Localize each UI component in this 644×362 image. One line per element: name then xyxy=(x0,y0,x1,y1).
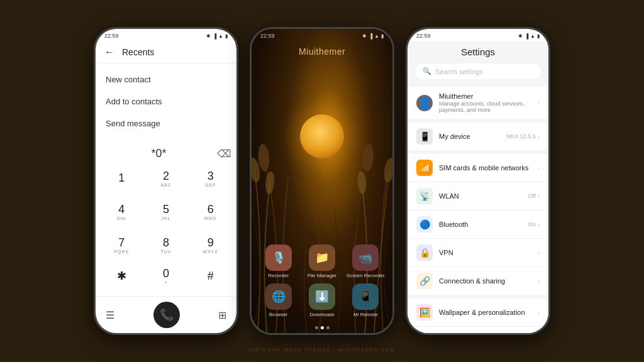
send-message-item[interactable]: Send message xyxy=(96,112,236,134)
settings-personalization-section: 🖼️ Wallpaper & personalization › 🔐 Alway… xyxy=(408,299,548,333)
key-1[interactable]: 1 xyxy=(101,163,143,194)
settings-title: Settings xyxy=(408,41,548,60)
settings-item-vpn[interactable]: 🔒 VPN › xyxy=(408,239,548,267)
connection-text: Connection & sharing xyxy=(439,277,531,285)
status-bar-1: 22:59 ✱ ▐ ▲ ▮ xyxy=(96,29,236,41)
signal-icon-3: ▐ xyxy=(525,33,528,39)
app-recorder[interactable]: 🎙️ Recorder xyxy=(259,244,297,278)
add-to-contacts-item[interactable]: Add to contacts xyxy=(96,90,236,112)
wlan-status-text: Off xyxy=(528,193,536,199)
bluetooth-title: Bluetooth xyxy=(439,221,522,228)
key-3[interactable]: 3DEF xyxy=(189,163,231,194)
recorder-label: Recorder xyxy=(268,273,289,278)
settings-connectivity-section: 📶 SIM cards & mobile networks › 📡 WLAN O… xyxy=(408,154,548,295)
menu-icon[interactable]: ☰ xyxy=(106,309,114,321)
battery-icon-3: ▮ xyxy=(537,33,540,39)
app-file-manager[interactable]: 📁 File Manager xyxy=(303,244,341,278)
search-bar[interactable]: 🔍 Search settings xyxy=(415,63,541,79)
screen-recorder-icon: 📹 xyxy=(352,244,379,271)
wlan-title: WLAN xyxy=(439,192,522,200)
key-star[interactable]: ✱ xyxy=(101,263,143,288)
app-downloads[interactable]: ⬇️ Downloads xyxy=(303,283,341,317)
watermark: VISIT FOR MORE THEMES - MIUITHEMER.COM xyxy=(249,348,396,352)
settings-item-account[interactable]: 👤 Miuithemer Manage accounts, cloud serv… xyxy=(408,87,548,119)
status-icons-1: ✱ ▐ ▲ ▮ xyxy=(206,33,228,39)
connection-icon: 🔗 xyxy=(416,273,433,289)
settings-item-bluetooth[interactable]: 🔵 Bluetooth On › xyxy=(408,211,548,239)
settings-device-section: 📱 My device MIUI 12.5.5 › xyxy=(408,123,548,150)
file-manager-icon: 📁 xyxy=(309,244,335,271)
bluetooth-status-text: On xyxy=(528,221,536,228)
wifi-icon-2: ▲ xyxy=(374,33,379,39)
search-icon: 🔍 xyxy=(423,67,431,75)
device-version: MIUI 12.5.5 › xyxy=(506,133,540,140)
status-icons-2: ✱ ▐ ▲ ▮ xyxy=(362,33,384,39)
app-browser[interactable]: 🌐 Browser xyxy=(259,283,297,317)
phone-2: 22:59 ✱ ▐ ▲ ▮ Miuithemer 🎙️ Recorder 📁 F… xyxy=(250,27,394,335)
new-contact-item[interactable]: New contact xyxy=(96,69,236,90)
sim-text: SIM cards & mobile networks xyxy=(439,164,531,172)
mi-remote-icon: 📱 xyxy=(352,283,379,310)
battery-icon-2: ▮ xyxy=(381,33,384,39)
key-6[interactable]: 6MNO xyxy=(189,196,231,227)
status-bar-3: 22:59 ✱ ▐ ▲ ▮ xyxy=(408,29,548,41)
connection-title: Connection & sharing xyxy=(439,277,531,285)
dot-3 xyxy=(326,326,330,329)
phone1-footer: ☰ 📞 ⊞ xyxy=(96,296,236,333)
bt-icon-2: ✱ xyxy=(362,33,367,39)
chevron-icon-7: › xyxy=(538,278,540,285)
wifi-icon-3: ▲ xyxy=(530,33,535,39)
settings-item-wlan[interactable]: 📡 WLAN Off › xyxy=(408,182,548,211)
lockscreen-icon: 🔐 xyxy=(416,332,433,333)
settings-item-connection[interactable]: 🔗 Connection & sharing › xyxy=(408,267,548,295)
chevron-icon-5: › xyxy=(538,221,540,228)
sim-title: SIM cards & mobile networks xyxy=(439,164,531,172)
signal-icon: ▐ xyxy=(213,33,216,39)
key-hash[interactable]: # xyxy=(189,263,231,288)
settings-item-device[interactable]: 📱 My device MIUI 12.5.5 › xyxy=(408,123,548,150)
time-3: 22:59 xyxy=(416,33,431,39)
screen-recorder-label: Screen Recorder xyxy=(347,273,384,278)
app-grid: 🎙️ Recorder 📁 File Manager 📹 Screen Reco… xyxy=(252,239,392,322)
app-mi-remote[interactable]: 📱 Mi Remote xyxy=(347,283,385,317)
key-4[interactable]: 4GHI xyxy=(101,196,143,227)
sim-icon: 📶 xyxy=(416,160,433,176)
call-button[interactable]: 📞 xyxy=(153,302,180,328)
signal-icon-2: ▐ xyxy=(369,33,372,39)
delete-button[interactable]: ⌫ xyxy=(217,148,231,160)
settings-item-wallpaper[interactable]: 🖼️ Wallpaper & personalization › xyxy=(408,299,548,327)
browser-icon: 🌐 xyxy=(265,283,292,310)
chevron-icon-6: › xyxy=(538,250,540,256)
back-arrow-icon[interactable]: ← xyxy=(104,47,114,58)
account-title: Miuithemer xyxy=(439,92,531,100)
key-0[interactable]: 0+ xyxy=(145,263,187,288)
dial-display: *0* ⌫ xyxy=(101,142,231,163)
phone-1: 22:59 ✱ ▐ ▲ ▮ ← Recents New contact Add … xyxy=(94,27,238,335)
settings-list: 👤 Miuithemer Manage accounts, cloud serv… xyxy=(408,83,548,333)
phone-3: 22:59 ✱ ▐ ▲ ▮ Settings 🔍 Search settings… xyxy=(406,27,550,335)
dialpad-icon[interactable]: ⊞ xyxy=(218,309,226,321)
settings-item-lockscreen[interactable]: 🔐 Always-on display & Lock screen › xyxy=(408,327,548,333)
chevron-icon-8: › xyxy=(538,309,540,316)
key-9[interactable]: 9WXYZ xyxy=(189,230,231,261)
key-7[interactable]: 7PQRS xyxy=(101,230,143,261)
phone1-body: ← Recents New contact Add to contacts Se… xyxy=(96,41,236,333)
app-screen-recorder[interactable]: 📹 Screen Recorder xyxy=(347,244,385,278)
key-2[interactable]: 2ABC xyxy=(145,163,187,194)
account-subtitle: Manage accounts, cloud services, payment… xyxy=(439,101,531,113)
device-icon: 📱 xyxy=(416,128,433,145)
downloads-label: Downloads xyxy=(309,312,335,317)
vpn-text: VPN xyxy=(439,249,531,256)
key-5[interactable]: 5JKL xyxy=(145,196,187,227)
account-text: Miuithemer Manage accounts, cloud servic… xyxy=(439,92,531,113)
wlan-status: Off › xyxy=(528,193,540,200)
wallpaper-text: Wallpaper & personalization xyxy=(439,309,531,316)
settings-item-sim[interactable]: 📶 SIM cards & mobile networks › xyxy=(408,154,548,182)
recorder-icon: 🎙️ xyxy=(265,244,292,271)
phone2-body: 22:59 ✱ ▐ ▲ ▮ Miuithemer 🎙️ Recorder 📁 F… xyxy=(252,29,392,333)
dot-2 xyxy=(321,326,324,329)
key-8[interactable]: 8TUV xyxy=(145,230,187,261)
recents-title: Recents xyxy=(122,47,154,57)
wallpaper-icon: 🖼️ xyxy=(416,304,433,321)
miui-version: MIUI 12.5.5 xyxy=(506,133,536,140)
